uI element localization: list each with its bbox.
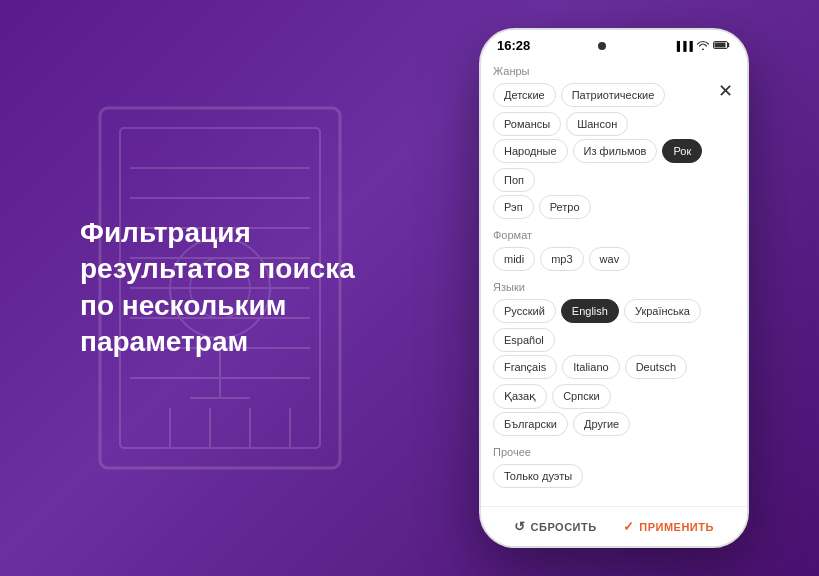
languages-row-2: Français Italiano Deutsch Қазақ Српски [493,355,735,409]
svg-rect-19 [714,42,725,47]
status-bar: 16:28 ▐▐▐ [481,30,747,57]
other-row: Только дуэты [493,464,735,488]
wifi-icon [697,40,709,52]
tag-shanson[interactable]: Шансон [566,112,628,136]
tag-rep[interactable]: Рэп [493,195,534,219]
genres-section: Жанры Детские Патриотические Романсы Шан… [493,65,735,219]
genres-row-3: Рэп Ретро [493,195,735,219]
tag-wav[interactable]: wav [589,247,631,271]
hero-text: Фильтрация результатов поиска по несколь… [80,215,355,361]
tag-retro[interactable]: Ретро [539,195,591,219]
format-section: Формат midi mp3 wav [493,229,735,271]
tag-deutsch[interactable]: Deutsch [625,355,687,379]
apply-button[interactable]: ✓ ПРИМЕНИТЬ [623,519,714,534]
tag-francais[interactable]: Français [493,355,557,379]
languages-row-1: Русский English Українська Español [493,299,735,352]
tag-mp3[interactable]: mp3 [540,247,583,271]
signal-icon: ▐▐▐ [674,41,693,51]
notch [598,42,606,50]
tag-midi[interactable]: midi [493,247,535,271]
tag-detskie[interactable]: Детские [493,83,556,107]
close-button[interactable]: ✕ [718,82,733,100]
apply-label: ПРИМЕНИТЬ [639,521,714,533]
tag-kazakh[interactable]: Қазақ [493,384,547,409]
tag-patrioticheskie[interactable]: Патриотические [561,83,666,107]
tag-espanol[interactable]: Español [493,328,555,352]
tag-srpski[interactable]: Српски [552,384,610,409]
other-title: Прочее [493,446,735,458]
reset-icon: ↺ [514,519,526,534]
reset-label: СБРОСИТЬ [531,521,597,533]
genres-row-2: Народные Из фильмов Рок Поп [493,139,735,192]
tag-narodnye[interactable]: Народные [493,139,568,163]
phone-mockup: 16:28 ▐▐▐ ✕ Жанр [479,28,749,548]
genres-row-1: Детские Патриотические Романсы Шансон [493,83,735,136]
languages-row-3: Български Другие [493,412,735,436]
status-icons: ▐▐▐ [674,40,731,52]
tag-romansy[interactable]: Романсы [493,112,561,136]
battery-icon [713,40,731,52]
format-title: Формат [493,229,735,241]
filter-content: Жанры Детские Патриотические Романсы Шан… [481,57,747,506]
tag-pop[interactable]: Поп [493,168,535,192]
genres-title: Жанры [493,65,735,77]
tag-italiano[interactable]: Italiano [562,355,619,379]
languages-section: Языки Русский English Українська Español… [493,281,735,436]
tag-ukrainian[interactable]: Українська [624,299,701,323]
tag-bulgarian[interactable]: Български [493,412,568,436]
tag-rok[interactable]: Рок [662,139,702,163]
tag-others[interactable]: Другие [573,412,630,436]
reset-button[interactable]: ↺ СБРОСИТЬ [514,519,597,534]
action-bar: ↺ СБРОСИТЬ ✓ ПРИМЕНИТЬ [481,506,747,546]
tag-english[interactable]: English [561,299,619,323]
format-row: midi mp3 wav [493,247,735,271]
status-time: 16:28 [497,38,530,53]
other-section: Прочее Только дуэты [493,446,735,488]
tag-iz-filmov[interactable]: Из фильмов [573,139,658,163]
tag-duets[interactable]: Только дуэты [493,464,583,488]
languages-title: Языки [493,281,735,293]
tag-russian[interactable]: Русский [493,299,556,323]
apply-icon: ✓ [623,519,635,534]
